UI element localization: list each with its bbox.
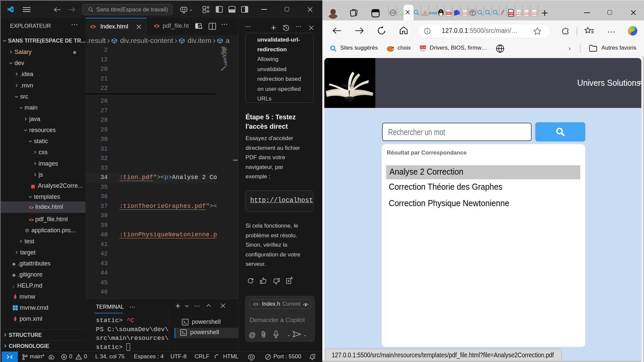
svg-text:TLG: TLG [420, 46, 426, 49]
svg-text:PDF: PDF [446, 12, 451, 14]
svg-text:PDF: PDF [517, 12, 521, 14]
svg-text:PDF: PDF [463, 12, 467, 14]
svg-text:PDF: PDF [508, 12, 514, 15]
svg-text:PDF: PDF [532, 12, 536, 14]
svg-text:reamst: reamst [342, 83, 355, 88]
svg-text:PDF: PDF [524, 12, 529, 14]
